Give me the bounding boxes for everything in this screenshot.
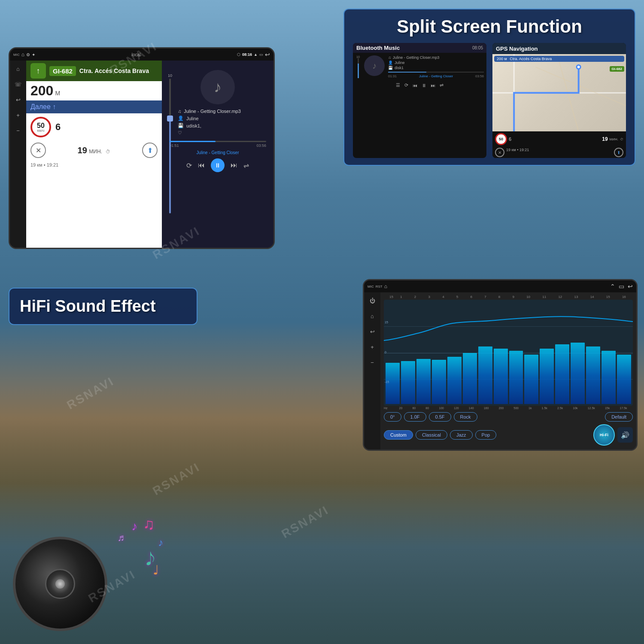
preset-default-btn[interactable]: Default (605, 412, 633, 422)
current-speed: 6 (55, 122, 61, 133)
eq-curve-svg (384, 300, 633, 406)
disk-icon: 💾 (178, 123, 184, 128)
settings-icon[interactable]: ⚙ (26, 52, 30, 57)
home-icon[interactable]: ⌂ (21, 52, 24, 58)
eq-freq-14: 14 (590, 295, 594, 299)
bt-time-current: 01:31 (388, 74, 397, 78)
bt-repeat-btn[interactable]: ⟳ (404, 82, 408, 88)
gps-cancel-btn[interactable]: ✕ (495, 148, 504, 157)
bt-content: 10 ♪ ♫ Juline - Getting Closer.mp3 (353, 53, 486, 81)
repeat-btn[interactable]: ⟳ (186, 161, 192, 170)
phone-nav-icon[interactable]: ☏ (13, 79, 23, 89)
gps-speed: 50 (499, 137, 503, 141)
top-section: MIC ⌂ ⚙ ✦ local ⬡ 08:16 ▲ ▭ ↩ ⌂ ☏ ↩ + − (0, 0, 644, 266)
sound-speaker-icon: 🔊 (621, 431, 629, 439)
eq-content: ⏻ ⌂ ↩ + − 15 1 2 3 4 5 6 7 (364, 292, 636, 450)
gps-road: Ctra. Accés Costa Brava (510, 57, 552, 61)
gps-eta: 19 МИН. ⏱ (602, 136, 623, 142)
play-pause-btn[interactable]: ⏸ (211, 158, 225, 172)
gps-title: GPS Navigation (496, 46, 538, 52)
eq-top-bar: MIC RST ⌂ ⌃ ▭ ↩ (364, 280, 636, 292)
preset-rock-btn[interactable]: Rock (454, 412, 477, 422)
eta-unit: МИН. (89, 149, 102, 155)
eq-nav-icon2[interactable]: ▭ (619, 283, 624, 290)
eq-hz-2-5k: 2.5k (557, 407, 563, 410)
bt-play-btn[interactable]: ⏸ (422, 83, 426, 88)
next-btn[interactable]: ⏭ (231, 161, 237, 169)
bt-eq-btn[interactable]: ⇌ (440, 82, 444, 88)
add-nav-icon[interactable]: + (13, 110, 23, 120)
gps-route-btn[interactable]: ⬆ (614, 148, 623, 157)
preset-0deg-btn[interactable]: 0° (384, 412, 401, 422)
eq-freq-5: 5 (456, 295, 458, 299)
bt-vol-fill (358, 64, 359, 79)
volume-slider[interactable]: 10 (166, 73, 174, 213)
bt-now-playing: Juline - Getting Closer (419, 74, 453, 78)
preset-classical-btn[interactable]: Classical (416, 430, 447, 440)
progress-track (169, 141, 266, 142)
eq-home-icon[interactable]: ⌂ (384, 283, 387, 289)
note-deco-1: ♪ (131, 519, 137, 533)
preset-pop-btn[interactable]: Pop (475, 430, 497, 440)
eq-back-icon[interactable]: ↩ (628, 283, 633, 290)
svg-line-3 (535, 67, 626, 106)
eq-minus-icon[interactable]: − (368, 358, 377, 367)
eq-back-nav-icon[interactable]: ↩ (368, 327, 377, 336)
bt-vol-track (358, 58, 359, 78)
nav-panel: ↑ GI-682 Ctra. Accés Costa Brava 200 M Д… (26, 61, 162, 248)
home-nav-icon[interactable]: ⌂ (13, 64, 23, 73)
eq-freq-2: 2 (414, 295, 416, 299)
eq-freq-1: 1 (400, 295, 402, 299)
bt-next-btn[interactable]: ⏭ (431, 83, 435, 88)
distance-unit: M (55, 90, 60, 97)
gps-km-info: 19 км • 19:21 (506, 148, 529, 157)
track-name: Juline - Getting Closer.mp3 (184, 109, 241, 114)
shuffle-btn[interactable]: ⇌ (243, 161, 249, 170)
route-btn[interactable]: ⬆ (142, 143, 158, 158)
road-name: Ctra. Accés Costa Brava (79, 67, 149, 74)
back-nav-icon[interactable]: ↩ (13, 95, 23, 104)
preset-jazz-btn[interactable]: Jazz (450, 430, 473, 440)
eq-bottom-freqs: 20 60 80 100 120 140 160 200 500 1k 1.5k… (393, 407, 633, 410)
location-icon: local (132, 52, 141, 57)
cancel-nav-btn[interactable]: ✕ (30, 143, 46, 158)
eq-side-nav: ⏻ ⌂ ↩ + − (364, 292, 380, 450)
eq-hz-20: 20 (399, 407, 403, 410)
eq-freq-13: 13 (574, 295, 578, 299)
eq-hz-200: 200 (498, 407, 504, 410)
eq-home-nav-icon[interactable]: ⌂ (368, 311, 377, 321)
sound-icon-btn[interactable]: 🔊 (617, 427, 633, 443)
vol-thumb[interactable] (167, 115, 173, 122)
bt-list-btn[interactable]: ☰ (396, 82, 400, 88)
bottom-section: HiFi Sound Effect ♪ ♫ ♪ 𝅘𝅥𝅮 ♩ ♬ MIC RST … (0, 270, 644, 644)
eq-hz-100: 100 (439, 407, 444, 410)
gps-road-sign: GI-682 (610, 66, 624, 72)
time-display: 08:16 (242, 52, 252, 57)
preset-1f-btn[interactable]: 1.0F (404, 412, 426, 422)
gps-km-row: ✕ 19 км • 19:21 ⬆ (492, 147, 626, 158)
bt-prev-btn[interactable]: ⏮ (413, 83, 417, 88)
back-icon[interactable]: ↩ (265, 51, 270, 58)
clock-icon: ⏱ (106, 149, 110, 154)
heart-icon[interactable]: ♡ (178, 130, 182, 136)
prev-btn[interactable]: ⏮ (198, 161, 205, 169)
side-nav: ⌂ ☏ ↩ + − (10, 61, 26, 248)
preset-custom-btn[interactable]: Custom (384, 430, 413, 440)
source-name: udisk1, (186, 123, 201, 128)
note-icon-small: ♫ (178, 109, 181, 114)
minus-nav-icon[interactable]: − (13, 126, 23, 135)
preset-0-5f-btn[interactable]: 0.5F (429, 412, 451, 422)
progress-times: 01:51 03:56 (169, 143, 266, 148)
eq-hz-12-5k: 12.5k (588, 407, 595, 410)
eq-add-icon[interactable]: + (368, 342, 377, 352)
bt-time-total: 03:56 (475, 74, 484, 78)
eq-power-icon[interactable]: ⏻ (368, 296, 377, 305)
eq-freq-9: 9 (512, 295, 514, 299)
eq-hz-10k: 10k (573, 407, 577, 410)
nav-speed-section: 50 КМ/Ч 6 (26, 113, 162, 141)
svg-point-5 (577, 66, 580, 68)
eq-hz-1-5k: 1.5k (542, 407, 547, 410)
nav-distance: 200 M (26, 81, 162, 100)
gps-map: 200 м Ctra. Accés Costa Brava GI-682 (492, 54, 626, 131)
eq-nav-icon1[interactable]: ⌃ (610, 283, 615, 290)
